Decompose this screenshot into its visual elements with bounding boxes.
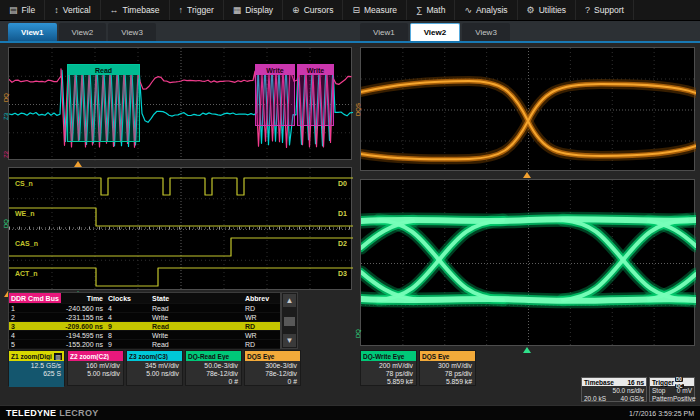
support-icon: ? <box>585 6 590 15</box>
teledyne-lecroy-logo: TELEDYNE LECROY <box>6 408 99 418</box>
menu-math[interactable]: ∑Math <box>407 0 455 20</box>
descriptor-z1[interactable]: Z1 zoom(Digi▥ 12.5 GS/s625 S <box>8 350 65 386</box>
menu-utilities[interactable]: ⚙Utilities <box>518 0 576 20</box>
descriptor-dq-read-eye[interactable]: DQ-Read Eye 50.0e-3/div78e-12/div0 # <box>185 350 242 386</box>
signal-label-cas: CAS_n <box>15 240 38 247</box>
menu-support[interactable]: ?Support <box>576 0 634 20</box>
signal-label-cs: CS_n <box>15 180 33 187</box>
menu-display[interactable]: ▦Display <box>224 0 283 20</box>
tab-right-view3[interactable]: View3 <box>462 23 510 41</box>
dqs-eye-canvas <box>361 48 696 172</box>
timebase-descriptor[interactable]: Timebase16 ns 50.0 ns/div 20.0 kS40 GS/s <box>581 377 647 402</box>
tab-left-view3[interactable]: View3 <box>108 23 156 41</box>
scroll-up-button[interactable]: ▲ <box>283 294 296 307</box>
cursors-icon: ⊕ <box>292 6 300 15</box>
right-descriptor-row: DQ-Write Eye 200 mV/div78 ps/div5.859 k#… <box>360 350 476 386</box>
status-bar: TELEDYNE LECROY 1/7/2016 3:59:25 PM <box>0 405 700 420</box>
dq-group-edge-label: DQ <box>3 219 9 228</box>
descriptor-dqs-eye-right[interactable]: DQS Eye 300 mV/div78 ps/div5.859 k# <box>419 350 476 386</box>
digital-timing-panel: CS_n WE_n CAS_n ACT_n D0 D1 D2 D3 DQ <box>8 167 352 290</box>
line-label-d0: D0 <box>338 180 347 187</box>
menu-analysis[interactable]: ∿Analysis <box>455 0 517 20</box>
descriptor-dqs-eye[interactable]: DQS Eye 300e-3/div78e-12/div0 # <box>244 350 301 386</box>
trigger-source-badge: D0 <box>675 377 683 382</box>
digital-waveform-canvas <box>9 168 353 291</box>
z3-edge-label: Z3 <box>3 113 9 120</box>
digital-group-icon: ▥ <box>54 353 62 360</box>
line-label-d2: D2 <box>338 240 347 247</box>
signal-label-act: ACT_n <box>15 270 38 277</box>
dqs-eye-panel: DQS <box>360 47 695 171</box>
decode-table-header: DDR Cmd Bus Time Clocks State Abbrev <box>9 293 280 304</box>
read-burst-annotation: Read <box>67 64 140 142</box>
menu-bar: ▤File ↕Vertical ↔Timebase ↑Trigger ▦Disp… <box>0 0 700 21</box>
view-tab-bar: View1 View2 View3 View1 View2 View3 <box>0 21 700 43</box>
eye-center-marker[interactable] <box>523 347 531 353</box>
scope-display-area: Read Write Write DQ Z3 Z2 CS_n WE_n CAS_… <box>0 43 700 405</box>
write-burst-annotation: Write <box>297 64 334 126</box>
signal-label-we: WE_n <box>15 210 34 217</box>
scroll-down-button[interactable]: ▼ <box>283 334 296 347</box>
line-label-d1: D1 <box>338 210 347 217</box>
table-row-selected[interactable]: 3-209.600 ns9ReadRD <box>9 322 280 331</box>
menu-trigger[interactable]: ↑Trigger <box>170 0 224 20</box>
trigger-icon: ↑ <box>179 6 184 15</box>
vertical-icon: ↕ <box>54 6 59 15</box>
menu-cursors[interactable]: ⊕Cursors <box>283 0 343 20</box>
oscilloscope-app: ▤File ↕Vertical ↔Timebase ↑Trigger ▦Disp… <box>0 0 700 420</box>
line-label-d3: D3 <box>338 270 347 277</box>
table-row[interactable]: 2-231.155 ns4WriteWR <box>9 313 280 322</box>
descriptor-z3[interactable]: Z3 zoom(C3) 345 mV/div5.00 ns/div <box>126 350 183 386</box>
math-icon: ∑ <box>416 6 422 15</box>
dqs-eye-edge-label: DQS <box>355 103 361 116</box>
dq-edge-label: DQ <box>3 93 9 102</box>
left-descriptor-row: Z1 zoom(Digi▥ 12.5 GS/s625 S Z2 zoom(C2)… <box>8 350 301 386</box>
descriptor-dq-write-eye[interactable]: DQ-Write Eye 200 mV/div78 ps/div5.859 k# <box>360 350 417 386</box>
table-row[interactable]: 4-194.595 ns8WriteWR <box>9 331 280 340</box>
menu-measure[interactable]: ⊟Measure <box>343 0 407 20</box>
menu-timebase[interactable]: ↔Timebase <box>101 0 170 20</box>
ddr-decode-table: DDR Cmd Bus Time Clocks State Abbrev 1-2… <box>8 292 281 349</box>
menu-vertical[interactable]: ↕Vertical <box>45 0 100 20</box>
right-view-tabs: View1 View2 View3 <box>360 23 510 41</box>
descriptor-z2[interactable]: Z2 zoom(C2) 160 mV/div5.00 ns/div <box>67 350 124 386</box>
analysis-icon: ∿ <box>464 6 472 15</box>
table-row[interactable]: 1-240.560 ns4ReadRD <box>9 304 280 313</box>
dq-eye-canvas <box>361 180 696 347</box>
display-icon: ▦ <box>233 6 242 15</box>
table-row[interactable]: 5-155.200 ns9ReadRD <box>9 340 280 349</box>
tab-left-view2[interactable]: View2 <box>59 23 107 41</box>
file-icon: ▤ <box>9 6 18 15</box>
tab-right-view1[interactable]: View1 <box>360 23 408 41</box>
dq-write-eye-panel: DQ <box>360 179 695 346</box>
menu-file[interactable]: ▤File <box>0 0 45 20</box>
trigger-descriptor[interactable]: TriggerD0DC Stop0 mV PatternPositive <box>649 377 695 402</box>
scroll-thumb[interactable] <box>284 317 295 326</box>
tab-right-view2[interactable]: View2 <box>410 23 461 41</box>
measure-icon: ⊟ <box>352 6 360 15</box>
tab-left-view1[interactable]: View1 <box>8 23 57 41</box>
eye-center-marker[interactable] <box>523 172 531 178</box>
analog-waveform-panel: Read Write Write DQ Z3 Z2 <box>8 47 352 160</box>
write-burst-annotation: Write <box>255 64 295 126</box>
left-view-tabs: View1 View2 View3 <box>8 23 156 41</box>
table-scrollbar[interactable]: ▲ ▼ <box>281 292 298 349</box>
utilities-icon: ⚙ <box>527 6 535 15</box>
clock-timestamp: 1/7/2016 3:59:25 PM <box>629 410 694 417</box>
timebase-icon: ↔ <box>110 6 119 15</box>
z2-edge-label: Z2 <box>3 151 9 158</box>
dq-eye-edge-label: DQ <box>355 329 361 338</box>
